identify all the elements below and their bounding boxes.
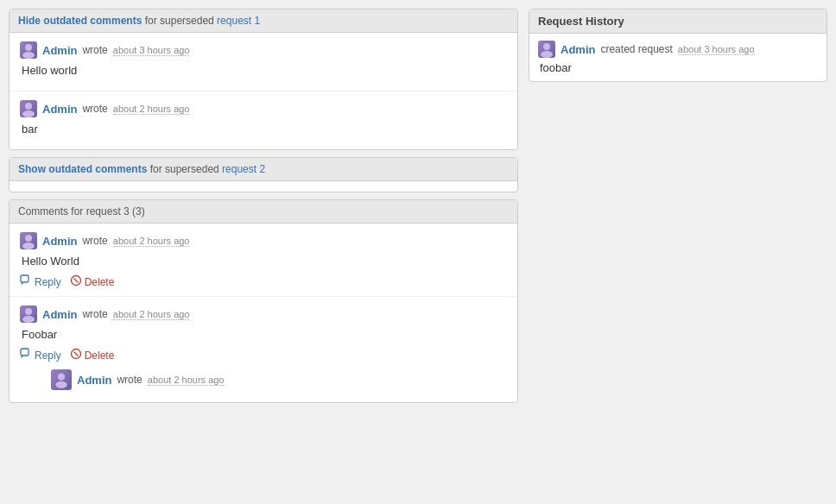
request-history-box: Request History Admin created request ab… [529,9,827,82]
timestamp: about 2 hours ago [113,236,190,247]
comment-item: Admin wrote about 2 hours ago Hello Worl… [10,224,517,297]
svg-line-15 [73,352,78,356]
svg-point-17 [55,381,66,388]
nested-author-line: Admin wrote about 2 hours ago [51,369,507,390]
left-panel: Hide outdated comments for superseded re… [9,9,518,403]
comment-item: Admin wrote about 3 hours ago Hello worl… [10,33,517,91]
nested-comment: Admin wrote about 2 hours ago [51,362,507,390]
section-3-title: Comments for request 3 (3) [18,205,145,217]
delete-button[interactable]: Delete [70,274,115,289]
history-avatar [538,41,555,58]
timestamp: about 2 hours ago [113,104,190,115]
reply-icon [20,274,32,289]
reply-button[interactable]: Reply [20,274,61,289]
svg-point-3 [22,110,35,117]
comment-author-line: Admin wrote about 2 hours ago [20,232,507,249]
wrote-text: wrote [82,308,107,320]
reply-label: Reply [35,276,61,288]
author-name[interactable]: Admin [42,235,77,248]
svg-point-10 [25,308,32,315]
outdated-section-2: Show outdated comments for superseded re… [9,157,518,192]
svg-point-18 [543,43,550,50]
comment-body: Hello World [20,255,507,268]
svg-point-19 [541,51,553,58]
nested-avatar [51,369,72,390]
nested-wrote-text: wrote [117,374,142,386]
avatar [20,232,37,249]
delete-button-2[interactable]: Delete [70,348,115,362]
for-superseded-text: for superseded [145,15,217,27]
show-section-placeholder [10,181,517,192]
avatar [20,41,37,59]
history-author-line: Admin created request about 3 hours ago [538,41,818,58]
delete-label: Delete [85,276,115,288]
history-meta: Admin created request about 3 hours ago [560,43,755,56]
comments-section-3: Comments for request 3 (3) Admin wrote a… [9,199,518,403]
history-author-name[interactable]: Admin [560,43,595,56]
history-body: foobar [538,61,818,74]
avatar [20,100,37,117]
show-outdated-toggle[interactable]: Show outdated comments [18,163,147,175]
svg-line-9 [73,279,78,283]
svg-point-1 [22,52,35,59]
comment-author-line: Admin wrote about 3 hours ago [20,41,507,59]
wrote-text: wrote [82,235,107,247]
history-entry: Admin created request about 3 hours ago … [529,34,826,81]
wrote-text: wrote [82,103,107,115]
delete-icon-2 [70,348,82,362]
request-2-link[interactable]: request 2 [222,163,265,175]
comment-body: Hello world [20,64,507,77]
comment-body: bar [20,123,507,135]
outdated-section-1: Hide outdated comments for superseded re… [9,9,518,150]
comment-actions: Reply Delete [20,348,507,362]
history-action: created request [600,43,672,55]
for-superseded-text-2: for superseded [150,163,222,175]
author-name[interactable]: Admin [42,308,77,321]
author-name[interactable]: Admin [42,44,77,57]
svg-point-5 [22,243,35,249]
section-1-header: Hide outdated comments for superseded re… [10,9,517,33]
reply-icon-2 [20,348,32,362]
author-name[interactable]: Admin [42,103,77,116]
history-timestamp: about 3 hours ago [678,44,755,55]
svg-point-2 [25,103,32,110]
delete-icon [70,274,82,289]
comment-item: Admin wrote about 2 hours ago Foobar Rep… [10,297,517,402]
avatar [20,306,37,323]
request-1-link[interactable]: request 1 [217,15,260,27]
timestamp: about 3 hours ago [113,45,190,56]
comment-actions: Reply Delete [20,274,507,289]
reply-button-2[interactable]: Reply [20,348,61,362]
history-title: Request History [529,9,826,34]
comment-body: Foobar [20,328,507,341]
svg-rect-6 [21,275,28,282]
right-panel: Request History Admin created request ab… [529,9,827,403]
comment-item: Admin wrote about 2 hours ago bar [10,91,517,149]
svg-point-0 [25,44,32,51]
svg-point-16 [58,374,65,381]
svg-point-4 [25,235,32,242]
svg-rect-12 [21,349,28,356]
section-2-header: Show outdated comments for superseded re… [10,158,517,181]
nested-author-name[interactable]: Admin [77,374,111,387]
comment-author-line: Admin wrote about 2 hours ago [20,306,507,323]
timestamp: about 2 hours ago [113,309,190,320]
hide-outdated-toggle[interactable]: Hide outdated comments [18,15,142,27]
nested-timestamp: about 2 hours ago [148,375,225,386]
comment-author-line: Admin wrote about 2 hours ago [20,100,507,117]
delete-label-2: Delete [85,350,115,362]
wrote-text: wrote [82,44,107,56]
section-3-header: Comments for request 3 (3) [10,200,517,224]
svg-point-11 [22,316,35,323]
reply-label-2: Reply [35,350,61,362]
